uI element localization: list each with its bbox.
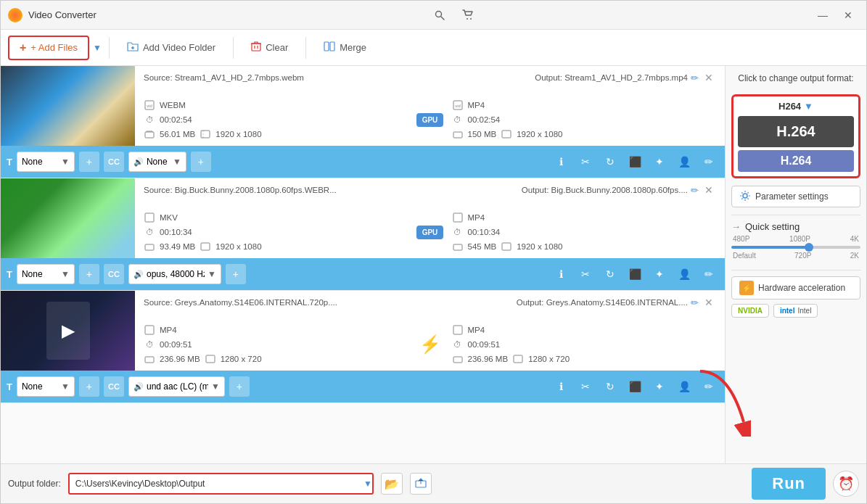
browse-folder-button[interactable]: 📂 <box>381 473 403 495</box>
format-card[interactable]: H264 ▼ H.264 H.264 <box>731 94 860 178</box>
crop-btn-2[interactable]: ⬛ <box>625 264 645 284</box>
file-toolbar-3: T None ▼ + CC 🔊 und aac (LC) (mp4a ▼ + ℹ <box>1 371 725 402</box>
close-button[interactable]: ✕ <box>837 7 859 24</box>
audio-select-3[interactable]: 🔊 und aac (LC) (mp4a ▼ <box>128 376 225 397</box>
format-main: H.264 <box>738 116 854 147</box>
src-format-3: MP4 <box>160 326 177 334</box>
minimize-button[interactable]: — <box>812 7 834 24</box>
nvidia-button[interactable]: NVIDIA <box>731 304 769 318</box>
crop-btn-1[interactable]: ⬛ <box>625 152 645 172</box>
watermark-btn-3[interactable]: 👤 <box>674 376 694 397</box>
subtitle-select-1[interactable]: None ▼ <box>17 152 75 172</box>
subtitle-select-2[interactable]: None ▼ <box>17 264 75 284</box>
clear-button[interactable]: Clear <box>241 36 298 60</box>
effect-btn-1[interactable]: ✦ <box>649 152 670 172</box>
convert-arrow-3: ⚡ <box>408 334 452 355</box>
subtitle-icon-1: T <box>7 157 12 168</box>
subtitle-dropdown-icon-2: ▼ <box>61 269 70 279</box>
parameter-settings-button[interactable]: Parameter settings <box>731 186 860 207</box>
svg-rect-10 <box>324 42 329 51</box>
duration-icon-src-3: ⏱ <box>144 339 155 350</box>
merge-button[interactable]: Merge <box>313 36 377 60</box>
add-subtitle-btn-2[interactable]: + <box>79 264 99 284</box>
format-name: H264 <box>778 101 801 112</box>
add-audio-btn-1[interactable]: + <box>191 152 211 172</box>
subtitle-edit-btn-1[interactable]: ✏ <box>699 152 719 172</box>
trim-btn-1[interactable]: ✂ <box>575 152 596 172</box>
add-subtitle-btn-1[interactable]: + <box>79 152 99 172</box>
watermark-btn-1[interactable]: 👤 <box>674 152 694 172</box>
cart-icon[interactable] <box>459 7 477 24</box>
file-list: Source: Stream1_AV1_HD_2.7mbps.webm Outp… <box>1 66 725 463</box>
svg-rect-20 <box>502 131 511 138</box>
audio-select-1[interactable]: 🔊 None ▼ <box>128 152 186 172</box>
crop-btn-3[interactable]: ⬛ <box>625 376 645 397</box>
size-icon-src-3 <box>144 353 155 365</box>
add-audio-btn-2[interactable]: + <box>226 264 246 284</box>
info-btn-1[interactable]: ℹ <box>551 152 571 172</box>
search-icon[interactable] <box>431 7 448 24</box>
info-btn-3[interactable]: ℹ <box>551 376 571 397</box>
gpu-icon-1: GPU <box>416 113 444 127</box>
svg-rect-30 <box>453 326 462 334</box>
audio-icon-2: 🔊 <box>133 270 144 279</box>
quality-slider-thumb[interactable] <box>805 243 813 252</box>
quick-setting-arrow-icon: → <box>731 221 741 232</box>
cc-btn-1[interactable]: CC <box>104 152 124 172</box>
param-settings-icon <box>739 190 751 204</box>
duration-icon-src-2: ⏱ <box>144 226 155 238</box>
info-btn-2[interactable]: ℹ <box>551 264 571 284</box>
audio-select-2[interactable]: 🔊 opus, 48000 Hz, ste ▼ <box>128 264 221 284</box>
rotate-btn-2[interactable]: ↻ <box>600 264 620 284</box>
subtitle-edit-btn-3[interactable]: ✏ <box>699 376 719 397</box>
file-close-2[interactable]: ✕ <box>702 184 716 196</box>
subtitle-edit-btn-2[interactable]: ✏ <box>699 264 719 284</box>
subtitle-icon-3: T <box>7 381 12 392</box>
format-icon-src-1: vid <box>144 99 155 111</box>
export-button[interactable] <box>410 473 432 495</box>
intel-button[interactable]: intel Intel <box>773 304 818 318</box>
folder-add-icon <box>127 41 139 54</box>
hw-section: ⚡ Hardware acceleration NVIDIA intel Int… <box>731 270 860 318</box>
output-input-wrap: ▼ <box>68 473 374 495</box>
trim-btn-3[interactable]: ✂ <box>575 376 596 397</box>
rotate-btn-3[interactable]: ↻ <box>600 376 620 397</box>
app-icon <box>8 8 22 22</box>
cc-btn-2[interactable]: CC <box>104 264 124 284</box>
alarm-button[interactable]: ⏰ <box>833 471 859 497</box>
svg-rect-6 <box>252 44 260 51</box>
subtitle-select-3[interactable]: None ▼ <box>17 376 75 397</box>
file-close-1[interactable]: ✕ <box>702 72 716 83</box>
file-edit-3[interactable]: ✏ <box>688 297 702 308</box>
size-icon-src-2 <box>144 241 155 252</box>
cc-btn-3[interactable]: CC <box>104 376 124 397</box>
format-sub: H.264 <box>738 150 854 172</box>
add-audio-btn-3[interactable]: + <box>229 376 250 397</box>
dst-size-3: 236.96 MB <box>468 355 509 363</box>
add-subtitle-btn-3[interactable]: + <box>79 376 99 397</box>
run-button[interactable]: Run <box>752 468 826 500</box>
quality-slider[interactable] <box>731 246 860 249</box>
res-icon-src-2 <box>200 241 211 252</box>
watermark-btn-2[interactable]: 👤 <box>674 264 694 284</box>
merge-label: Merge <box>340 42 366 53</box>
effect-btn-2[interactable]: ✦ <box>649 264 670 284</box>
hardware-acceleration-button[interactable]: ⚡ Hardware acceleration <box>731 276 860 299</box>
file-close-3[interactable]: ✕ <box>702 297 716 308</box>
file-toolbar-2: T None ▼ + CC 🔊 opus, 48000 Hz, ste ▼ + … <box>1 258 725 290</box>
rotate-btn-1[interactable]: ↻ <box>600 152 620 172</box>
add-files-button[interactable]: + + Add Files <box>8 36 89 60</box>
merge-icon <box>324 41 335 54</box>
file-edit-2[interactable]: ✏ <box>688 185 702 196</box>
subtitle-value-3: None <box>22 381 43 392</box>
file-edit-1[interactable]: ✏ <box>688 73 702 83</box>
format-icon-dst-3 <box>452 324 464 336</box>
output-path-dropdown[interactable]: ▼ <box>363 479 372 489</box>
add-video-folder-button[interactable]: Add Video Folder <box>117 36 226 60</box>
effect-btn-3[interactable]: ✦ <box>649 376 670 397</box>
separator-1 <box>109 37 110 59</box>
trim-btn-2[interactable]: ✂ <box>575 264 596 284</box>
output-path-input[interactable] <box>68 473 374 495</box>
src-duration-3: 00:09:51 <box>160 340 192 349</box>
add-files-dropdown[interactable]: ▼ <box>93 43 102 53</box>
